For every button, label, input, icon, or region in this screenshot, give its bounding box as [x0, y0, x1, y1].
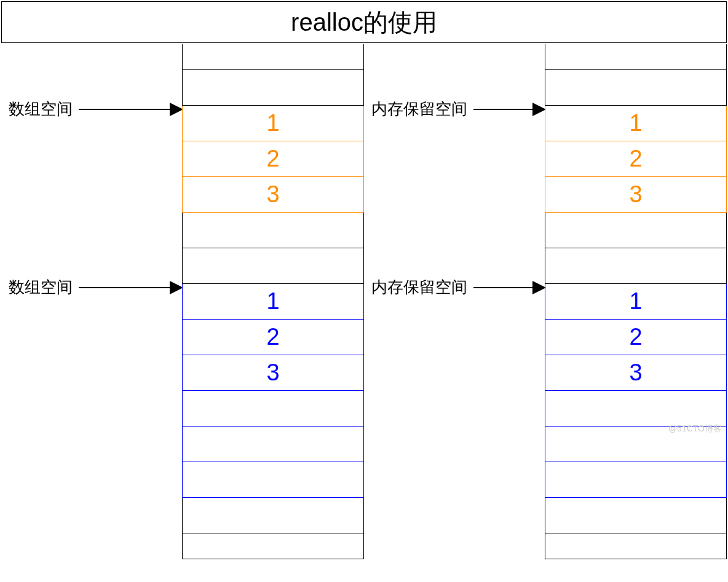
arrow-right-icon — [532, 281, 546, 294]
memory-cell: 1 — [545, 106, 727, 141]
arrow-right-icon — [532, 103, 546, 116]
title-text: realloc的使用 — [291, 6, 437, 39]
memory-cell — [545, 248, 727, 284]
memory-cell: 2 — [182, 141, 364, 177]
memory-cell — [182, 533, 364, 559]
memory-cell: 1 — [182, 106, 364, 141]
memory-cell — [545, 70, 727, 106]
memory-cell — [182, 44, 364, 70]
arrow-line — [473, 109, 545, 110]
pointer-label: 数组空间 — [1, 277, 73, 298]
memory-stack-left: 123123 — [182, 44, 364, 559]
memory-cell: 1 — [182, 284, 364, 320]
memory-cell — [545, 533, 727, 559]
pointer-label: 内存保留空间 — [364, 98, 467, 120]
memory-cell — [545, 44, 727, 70]
arrow-line — [473, 287, 545, 288]
pointer-row: 数组空间 — [1, 98, 182, 120]
memory-cell — [545, 462, 727, 498]
memory-cell: 2 — [545, 320, 727, 355]
pointer-row: 数组空间 — [1, 277, 182, 298]
memory-cell: 3 — [545, 355, 727, 391]
memory-cell — [182, 391, 364, 427]
memory-cell: 3 — [182, 355, 364, 391]
watermark-text: @51CTO博客 — [668, 423, 722, 435]
memory-cell — [545, 498, 727, 533]
memory-cell — [182, 427, 364, 462]
arrow-line — [79, 109, 182, 110]
memory-cell — [182, 462, 364, 498]
pointer-label: 内存保留空间 — [364, 277, 467, 298]
arrow-line — [79, 287, 182, 288]
memory-cell — [182, 248, 364, 284]
memory-cell: 3 — [545, 177, 727, 213]
pointer-label: 数组空间 — [1, 98, 73, 120]
label-column-right: 内存保留空间内存保留空间 — [364, 44, 545, 559]
arrow-right-icon — [170, 103, 183, 116]
pointer-row: 内存保留空间 — [364, 98, 545, 120]
memory-cell — [545, 391, 727, 427]
memory-stack-right: 123123 — [545, 44, 727, 559]
memory-cell — [182, 70, 364, 106]
memory-cell: 2 — [545, 141, 727, 177]
label-column-left: 数组空间数组空间 — [1, 44, 182, 559]
memory-cell — [182, 213, 364, 248]
memory-cell — [545, 213, 727, 248]
memory-cell: 2 — [182, 320, 364, 355]
diagram-title: realloc的使用 — [1, 1, 727, 43]
memory-cell: 1 — [545, 284, 727, 320]
memory-cell: 3 — [182, 177, 364, 213]
pointer-row: 内存保留空间 — [364, 277, 545, 298]
arrow-right-icon — [170, 281, 183, 294]
diagram-body: 数组空间数组空间 123123 内存保留空间内存保留空间 123123 — [1, 44, 727, 559]
memory-cell — [182, 498, 364, 533]
